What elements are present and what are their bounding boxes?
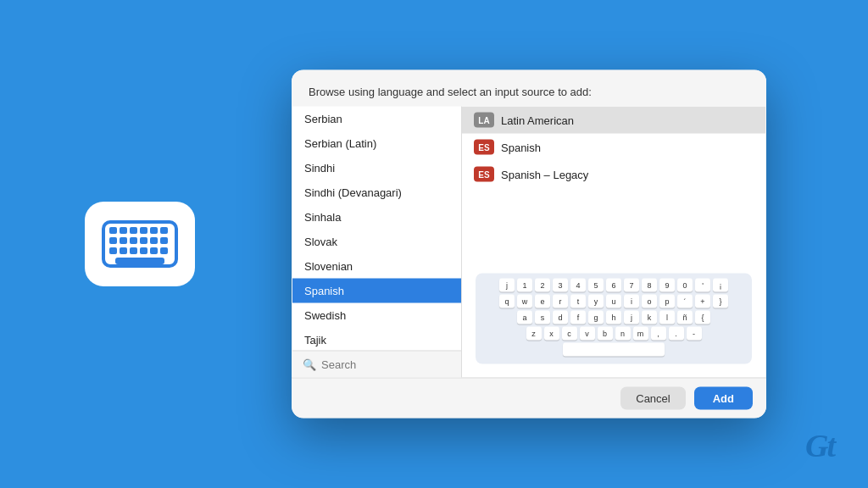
- keyboard-preview: j1234567890'¡qwertyuiop´+}asdfghjklñ{zxc…: [476, 274, 752, 364]
- search-input[interactable]: [321, 358, 457, 371]
- badge-spanish-legacy: ES: [474, 167, 494, 182]
- kb-key: e: [535, 295, 550, 308]
- kb-key: .: [669, 327, 684, 341]
- svg-rect-17: [150, 247, 158, 254]
- kb-key: +: [695, 295, 710, 308]
- svg-rect-13: [109, 247, 117, 254]
- kb-key: h: [606, 311, 621, 324]
- kb-key: p: [659, 295, 675, 308]
- kb-key: n: [615, 327, 631, 341]
- add-button[interactable]: Add: [694, 387, 753, 410]
- input-sources-panel: LALatin AmericanESSpanishESSpanish – Leg…: [462, 107, 765, 378]
- kb-key: g: [588, 311, 604, 324]
- input-source-spanish[interactable]: ESSpanish: [462, 134, 765, 161]
- svg-rect-8: [120, 237, 127, 244]
- kb-key: l: [659, 311, 675, 324]
- kb-key: -: [687, 327, 702, 341]
- kb-key: q: [499, 295, 515, 308]
- kb-spacebar: [563, 343, 665, 357]
- kb-row-space: [479, 343, 748, 357]
- input-source-latin-american[interactable]: LALatin American: [462, 107, 765, 134]
- svg-rect-7: [109, 237, 117, 244]
- kb-key: 2: [535, 279, 550, 292]
- kb-key: k: [642, 311, 657, 324]
- svg-rect-12: [160, 237, 168, 244]
- kb-row: asdfghjklñ{: [479, 311, 748, 324]
- kb-key: i: [624, 295, 639, 308]
- kb-key: y: [588, 295, 604, 308]
- kb-key: ,: [651, 327, 666, 341]
- lang-item-serbian-latin[interactable]: Serbian (Latin): [292, 131, 461, 156]
- language-list-scroll[interactable]: SerbianSerbian (Latin)SindhiSindhi (Deva…: [292, 107, 461, 351]
- kb-key: o: [642, 295, 657, 308]
- kb-key: u: [606, 295, 621, 308]
- search-icon: 🔍: [303, 358, 316, 371]
- kb-key: 7: [624, 279, 639, 292]
- input-source-label-spanish: Spanish: [501, 141, 541, 153]
- keyboard-icon-bg: [85, 202, 195, 286]
- kb-key: 4: [570, 279, 586, 292]
- kb-key: 5: [588, 279, 604, 292]
- lang-item-spanish[interactable]: Spanish: [292, 279, 461, 303]
- kb-key: z: [526, 327, 542, 341]
- kb-key: j: [624, 311, 639, 324]
- gt-logo: Gt: [805, 427, 834, 464]
- lang-item-slovenian[interactable]: Slovenian: [292, 254, 461, 279]
- kb-row: j1234567890'¡: [479, 279, 748, 292]
- dialog-footer: Cancel Add: [292, 378, 766, 419]
- kb-key: 6: [606, 279, 621, 292]
- kb-key: s: [535, 311, 550, 324]
- kb-row: zxcvbnm,.-: [479, 327, 748, 341]
- kb-key: 3: [553, 279, 568, 292]
- kb-key: x: [544, 327, 559, 341]
- svg-rect-4: [140, 227, 147, 234]
- input-source-label-latin-american: Latin American: [501, 114, 574, 126]
- svg-rect-15: [130, 247, 137, 254]
- kb-key: 1: [517, 279, 532, 292]
- kb-key: ¡: [713, 279, 728, 292]
- lang-item-slovak[interactable]: Slovak: [292, 230, 461, 254]
- dialog-body: SerbianSerbian (Latin)SindhiSindhi (Deva…: [292, 107, 765, 378]
- keyboard-icon-wrapper: [85, 202, 195, 286]
- search-bar: 🔍: [292, 351, 461, 378]
- kb-key: v: [580, 327, 595, 341]
- kb-key: ´: [677, 295, 693, 308]
- svg-rect-18: [160, 247, 168, 254]
- input-source-dialog: Browse using language and select an inpu…: [292, 70, 766, 419]
- kb-key: 0: [677, 279, 693, 292]
- kb-key: ': [695, 279, 710, 292]
- kb-key: a: [517, 311, 532, 324]
- svg-rect-16: [140, 247, 147, 254]
- kb-key: r: [553, 295, 568, 308]
- svg-rect-11: [150, 237, 158, 244]
- kb-row: qwertyuiop´+}: [479, 295, 748, 308]
- svg-rect-10: [140, 237, 147, 244]
- lang-item-serbian[interactable]: Serbian: [292, 107, 461, 131]
- kb-key: w: [517, 295, 532, 308]
- kb-key: ñ: [677, 311, 693, 324]
- cancel-button[interactable]: Cancel: [620, 387, 685, 410]
- svg-rect-5: [150, 227, 158, 234]
- badge-spanish: ES: [474, 140, 494, 155]
- input-source-label-spanish-legacy: Spanish – Legacy: [501, 168, 588, 180]
- keyboard-preview-area: j1234567890'¡qwertyuiop´+}asdfghjklñ{zxc…: [462, 263, 765, 378]
- svg-rect-6: [160, 227, 168, 234]
- badge-latin-american: LA: [474, 113, 494, 128]
- svg-rect-1: [109, 227, 117, 234]
- dialog-instruction: Browse using language and select an inpu…: [309, 86, 592, 98]
- lang-item-tajik[interactable]: Tajik: [292, 328, 461, 351]
- input-source-spanish-legacy[interactable]: ESSpanish – Legacy: [462, 161, 765, 188]
- svg-rect-2: [120, 227, 127, 234]
- kb-key: j: [499, 279, 515, 292]
- kb-key: d: [553, 311, 568, 324]
- kb-key: 8: [642, 279, 657, 292]
- lang-item-sindhi[interactable]: Sindhi: [292, 156, 461, 180]
- lang-item-sindhi-devanagari[interactable]: Sindhi (Devanagari): [292, 180, 461, 205]
- svg-rect-19: [115, 258, 164, 264]
- input-source-list[interactable]: LALatin AmericanESSpanishESSpanish – Leg…: [462, 107, 765, 263]
- kb-key: }: [713, 295, 728, 308]
- lang-item-swedish[interactable]: Swedish: [292, 303, 461, 328]
- kb-key: b: [598, 327, 613, 341]
- lang-item-sinhala[interactable]: Sinhala: [292, 205, 461, 230]
- keyboard-svg-icon: [102, 214, 178, 274]
